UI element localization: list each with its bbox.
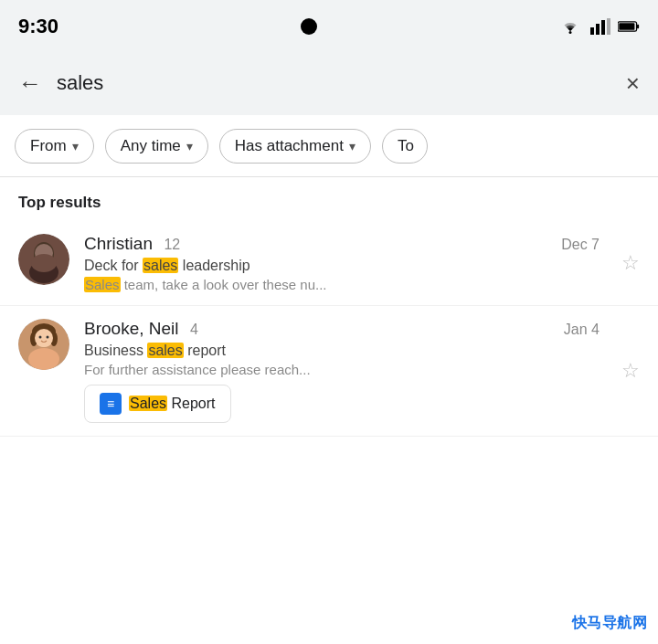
email-body-brooke-neil: Brooke, Neil 4 Jan 4 Business sales repo… bbox=[84, 319, 600, 423]
content-area: Top results Christian 12 Dec 7 Deck f bbox=[0, 177, 658, 437]
email-item-christian[interactable]: Christian 12 Dec 7 Deck for sales leader… bbox=[0, 221, 658, 306]
email-date-christian: Dec 7 bbox=[561, 237, 600, 253]
email-subject-brooke-neil: Business sales report bbox=[84, 343, 600, 359]
highlight-sales-subject-christian: sales bbox=[143, 258, 178, 273]
email-date-brooke-neil: Jan 4 bbox=[564, 322, 600, 338]
svg-rect-1 bbox=[590, 27, 594, 35]
avatar-christian bbox=[18, 234, 69, 285]
clear-search-button[interactable]: × bbox=[626, 69, 640, 98]
filter-has-attachment-chevron: ▾ bbox=[349, 139, 356, 153]
filter-row: From ▾ Any time ▾ Has attachment ▾ To bbox=[0, 115, 658, 177]
filter-to[interactable]: To bbox=[382, 129, 428, 164]
svg-rect-6 bbox=[619, 23, 634, 30]
email-count-christian: 12 bbox=[164, 237, 180, 252]
filter-to-label: To bbox=[398, 137, 414, 155]
status-time: 9:30 bbox=[18, 15, 58, 38]
email-sender-christian: Christian 12 bbox=[84, 234, 180, 254]
status-icons bbox=[559, 18, 640, 35]
search-bar: ← sales × bbox=[0, 51, 658, 115]
email-header-christian: Christian 12 Dec 7 bbox=[84, 234, 600, 254]
filter-from[interactable]: From ▾ bbox=[15, 129, 94, 164]
camera-dot bbox=[301, 18, 317, 35]
email-count-brooke-neil: 4 bbox=[190, 322, 198, 337]
attachment-label-brooke: Sales Report bbox=[129, 396, 216, 412]
highlight-sales-preview-christian: Sales bbox=[84, 277, 121, 292]
search-query: sales bbox=[57, 71, 103, 95]
email-subject-christian: Deck for sales leadership bbox=[84, 258, 600, 274]
highlight-sales-subject-brooke: sales bbox=[147, 343, 183, 358]
email-sender-brooke-neil: Brooke, Neil 4 bbox=[84, 319, 198, 339]
svg-point-21 bbox=[47, 336, 49, 339]
svg-rect-2 bbox=[596, 24, 600, 35]
status-bar: 9:30 bbox=[0, 0, 658, 51]
email-header-brooke-neil: Brooke, Neil 4 Jan 4 bbox=[84, 319, 600, 339]
svg-rect-7 bbox=[637, 25, 639, 28]
email-preview-brooke-neil: For further assistance please reach... bbox=[84, 362, 600, 377]
attachment-doc-icon: ≡ bbox=[100, 393, 122, 415]
filter-has-attachment-label: Has attachment bbox=[235, 137, 344, 155]
filter-from-chevron: ▾ bbox=[72, 139, 79, 153]
svg-point-12 bbox=[31, 254, 57, 272]
filter-has-attachment[interactable]: Has attachment ▾ bbox=[219, 129, 371, 164]
svg-point-19 bbox=[35, 329, 53, 347]
wifi-icon bbox=[559, 18, 581, 35]
back-button[interactable]: ← bbox=[18, 69, 42, 98]
email-preview-christian: Sales team, take a look over these nu... bbox=[84, 277, 600, 292]
svg-point-20 bbox=[39, 336, 42, 339]
attachment-chip-brooke[interactable]: ≡ Sales Report bbox=[84, 385, 231, 423]
svg-rect-3 bbox=[601, 20, 605, 35]
svg-point-15 bbox=[28, 348, 59, 370]
highlight-sales-attachment: Sales bbox=[129, 396, 167, 411]
battery-icon bbox=[618, 18, 640, 35]
svg-point-0 bbox=[568, 31, 571, 34]
search-input-wrap[interactable]: sales bbox=[57, 71, 611, 95]
signal-icon bbox=[589, 18, 610, 35]
avatar-brooke-neil bbox=[18, 319, 69, 370]
sender-name-christian: Christian bbox=[84, 234, 153, 253]
svg-rect-4 bbox=[607, 18, 610, 35]
star-brooke-neil[interactable]: ☆ bbox=[621, 359, 640, 383]
star-christian[interactable]: ☆ bbox=[621, 251, 640, 275]
filter-anytime-label: Any time bbox=[121, 137, 181, 155]
filter-anytime-chevron: ▾ bbox=[186, 139, 193, 153]
filter-from-label: From bbox=[30, 137, 67, 155]
email-body-christian: Christian 12 Dec 7 Deck for sales leader… bbox=[84, 234, 600, 292]
section-top-results: Top results bbox=[0, 177, 658, 221]
sender-name-brooke-neil: Brooke, Neil bbox=[84, 319, 179, 338]
filter-anytime[interactable]: Any time ▾ bbox=[105, 129, 208, 164]
watermark: 快马导航网 bbox=[572, 614, 648, 633]
email-item-brooke-neil[interactable]: Brooke, Neil 4 Jan 4 Business sales repo… bbox=[0, 306, 658, 437]
